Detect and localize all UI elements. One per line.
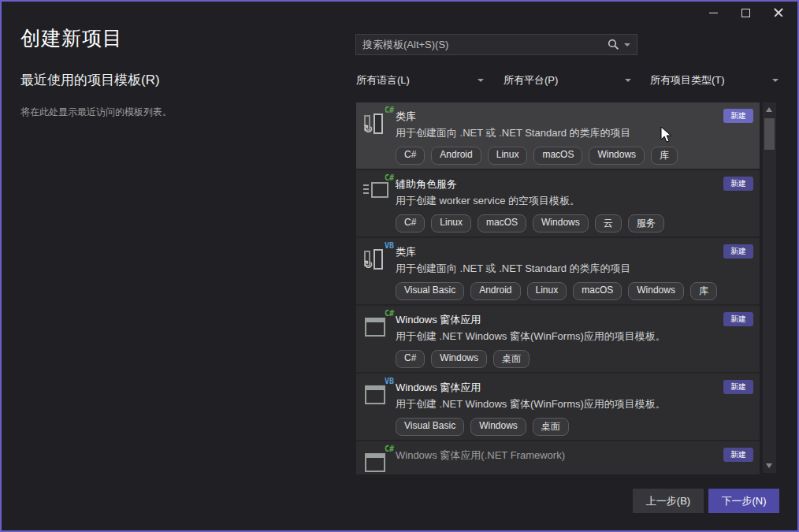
scroll-up-icon[interactable] — [766, 107, 772, 112]
search-box — [355, 34, 637, 55]
template-tag[interactable]: macOS — [533, 147, 582, 165]
template-title: 辅助角色服务 — [396, 177, 457, 192]
template-tag[interactable]: C# — [396, 350, 425, 368]
csharp-winforms-icon: C# — [363, 447, 393, 474]
language-label: VB — [385, 241, 394, 250]
template-description: 用于创建 .NET Windows 窗体(WinForms)应用的项目模板。 — [396, 329, 666, 344]
maximize-button[interactable] — [730, 2, 762, 24]
template-title: 类库 — [396, 245, 416, 259]
filter-all-platforms[interactable]: 所有平台(P) — [504, 71, 631, 90]
template-tags: Visual BasicAndroidLinuxmacOSWindows库 — [396, 282, 717, 300]
scroll-down-icon[interactable] — [766, 463, 772, 468]
title-bar[interactable] — [2, 2, 797, 25]
template-list-item[interactable]: ↻ VB 类库 用于创建面向 .NET 或 .NET Standard 的类库的… — [356, 238, 760, 304]
template-tag[interactable]: Windows — [431, 350, 487, 368]
template-title: Windows 窗体应用 — [396, 381, 481, 395]
minimize-icon — [709, 13, 718, 13]
template-list-item[interactable]: ↻ C# 类库 用于创建面向 .NET 或 .NET Standard 的类库的… — [356, 102, 760, 169]
language-label: VB — [385, 377, 394, 385]
csharp-worker-service-icon: C# — [363, 176, 393, 206]
template-list-scrollbar[interactable] — [763, 102, 776, 473]
template-tag[interactable]: Android — [431, 147, 481, 165]
next-button[interactable]: 下一步(N) — [708, 489, 779, 513]
search-icon[interactable] — [608, 39, 619, 50]
create-new-project-dialog: 创建新项目 最近使用的项目模板(R) 将在此处显示最近访问的模板列表。 所有语言… — [0, 0, 799, 532]
template-title: Windows 窗体应用(.NET Framework) — [396, 448, 565, 463]
template-tag[interactable]: 库 — [651, 147, 678, 165]
filter-label: 所有语言(L) — [356, 73, 410, 87]
chevron-down-icon — [625, 79, 631, 82]
csharp-class-library-icon: ↻ C# — [363, 108, 393, 138]
csharp-winforms-icon: C# — [363, 311, 393, 341]
template-tag[interactable]: Linux — [488, 147, 528, 165]
template-tag[interactable]: 库 — [690, 282, 717, 300]
template-description: 用于创建 .NET Windows 窗体(WinForms)应用的项目模板。 — [396, 397, 666, 411]
template-tags: C#Windows桌面 — [396, 350, 530, 368]
search-options-caret-icon[interactable] — [624, 43, 630, 47]
template-description: 用于创建面向 .NET 或 .NET Standard 的类库的项目 — [396, 126, 631, 140]
filter-label: 所有项目类型(T) — [650, 73, 725, 87]
template-tag[interactable]: Windows — [533, 214, 589, 233]
new-badge: 新建 — [723, 312, 753, 326]
template-tag[interactable]: 桌面 — [493, 350, 530, 368]
filter-label: 所有平台(P) — [504, 73, 558, 87]
minimize-button[interactable] — [697, 2, 730, 24]
template-tag[interactable]: Windows — [589, 147, 645, 165]
template-description: 用于创建 worker service 的空项目模板。 — [396, 194, 580, 208]
template-title: Windows 窗体应用 — [396, 313, 481, 327]
template-tag[interactable]: Windows — [470, 418, 526, 436]
template-tag[interactable]: 桌面 — [533, 418, 569, 436]
recent-templates-heading: 最近使用的项目模板(R) — [20, 71, 160, 89]
template-tag[interactable]: Windows — [628, 282, 684, 300]
scrollbar-thumb[interactable] — [764, 118, 775, 150]
new-badge: 新建 — [723, 448, 753, 462]
back-button[interactable]: 上一步(B) — [633, 489, 704, 513]
template-tag[interactable]: Linux — [527, 282, 567, 300]
chevron-down-icon — [772, 79, 779, 82]
template-list-item[interactable]: VB Windows 窗体应用 用于创建 .NET Windows 窗体(Win… — [356, 374, 760, 440]
page-title: 创建新项目 — [20, 25, 123, 51]
template-tag[interactable]: 云 — [595, 214, 622, 233]
template-title: 类库 — [396, 110, 416, 124]
new-badge: 新建 — [723, 109, 753, 123]
vb-class-library-icon: ↻ VB — [363, 244, 393, 273]
template-tag[interactable]: 服务 — [628, 214, 664, 233]
vb-winforms-icon: VB — [363, 379, 393, 409]
template-tag[interactable]: macOS — [478, 214, 526, 233]
template-description: 用于创建面向 .NET 或 .NET Standard 的类库的项目 — [396, 262, 631, 276]
template-tags: Visual BasicWindows桌面 — [396, 418, 569, 436]
language-label: C# — [385, 445, 394, 453]
new-badge: 新建 — [723, 177, 753, 191]
new-badge: 新建 — [723, 380, 753, 394]
template-list-item[interactable]: C# Windows 窗体应用(.NET Framework) 新建 — [356, 441, 760, 474]
template-tag[interactable]: Android — [470, 282, 520, 300]
template-tags: C#LinuxmacOSWindows云服务 — [396, 214, 664, 233]
template-tag[interactable]: C# — [396, 214, 425, 233]
language-label: C# — [385, 106, 394, 114]
new-badge: 新建 — [723, 244, 753, 259]
close-button[interactable] — [762, 2, 794, 24]
template-list-item[interactable]: C# Windows 窗体应用 用于创建 .NET Windows 窗体(Win… — [356, 306, 760, 372]
maximize-icon — [741, 9, 750, 17]
template-tag[interactable]: Visual Basic — [396, 418, 464, 436]
template-list-item[interactable]: C# 辅助角色服务 用于创建 worker service 的空项目模板。 C#… — [356, 170, 760, 236]
template-tag[interactable]: C# — [396, 147, 425, 165]
filter-all-languages[interactable]: 所有语言(L) — [356, 71, 484, 90]
template-tag[interactable]: Linux — [431, 214, 471, 233]
recent-templates-empty-hint: 将在此处显示最近访问的模板列表。 — [20, 106, 172, 119]
search-input[interactable] — [356, 39, 608, 50]
language-label: C# — [385, 173, 394, 182]
template-tag[interactable]: macOS — [573, 282, 622, 300]
window-controls — [697, 2, 794, 24]
template-tag[interactable]: Visual Basic — [396, 282, 464, 300]
template-list: ↻ C# 类库 用于创建面向 .NET 或 .NET Standard 的类库的… — [356, 102, 760, 474]
template-tags: C#AndroidLinuxmacOSWindows库 — [396, 147, 678, 165]
filter-all-project-types[interactable]: 所有项目类型(T) — [650, 71, 779, 90]
chevron-down-icon — [478, 79, 484, 82]
close-icon — [774, 8, 783, 17]
language-label: C# — [385, 309, 394, 318]
